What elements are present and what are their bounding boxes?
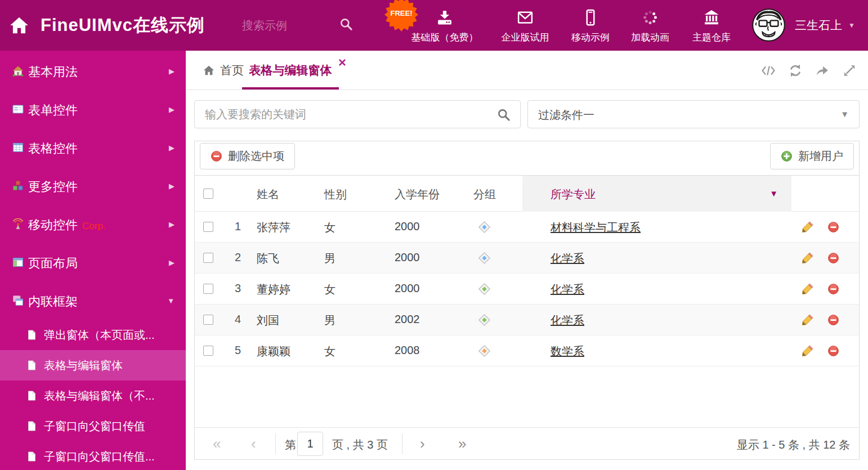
source-code-icon[interactable] bbox=[761, 64, 776, 78]
row-checkbox[interactable] bbox=[203, 253, 213, 263]
column-header-name[interactable]: 姓名 bbox=[257, 187, 279, 202]
close-tab-icon[interactable] bbox=[339, 59, 346, 66]
cell-year: 2000 bbox=[395, 282, 420, 295]
group-tag-icon bbox=[478, 314, 491, 326]
delete-row-button[interactable] bbox=[827, 283, 839, 295]
major-link[interactable]: 化学系 bbox=[551, 283, 584, 296]
add-user-button[interactable]: 新增用户 bbox=[770, 143, 854, 169]
edit-row-button[interactable] bbox=[802, 221, 813, 233]
sidebar-item-iframe[interactable]: 内联框架 ▼ bbox=[0, 281, 186, 320]
delete-row-button[interactable] bbox=[827, 252, 839, 264]
table-row[interactable]: 4 刘国 男 2002 化学系 bbox=[195, 305, 859, 335]
sidebar-item-grid-controls[interactable]: 表格控件 ▶ bbox=[0, 128, 186, 167]
pagination-prev-button[interactable]: ‹ bbox=[251, 435, 256, 453]
sidebar-item-page-layout[interactable]: 页面布局 ▶ bbox=[0, 243, 186, 281]
row-index: 2 bbox=[223, 251, 241, 264]
top-header: FineUIMvc在线示例 FREE! 基础版（免费） 企业版试用 移动示例 加… bbox=[0, 0, 868, 51]
sidebar-subitem-popup-window[interactable]: 弹出窗体（本页面或... bbox=[0, 320, 186, 350]
major-link[interactable]: 化学系 bbox=[551, 252, 584, 265]
pagination-next-button[interactable]: › bbox=[420, 435, 425, 453]
row-checkbox[interactable] bbox=[203, 315, 213, 325]
minus-circle-icon bbox=[211, 150, 222, 162]
cell-major: 数学系 bbox=[551, 344, 584, 359]
table-row[interactable]: 2 陈飞 男 2000 化学系 bbox=[195, 243, 859, 274]
delete-selected-button[interactable]: 删除选中项 bbox=[200, 143, 295, 169]
delete-row-button[interactable] bbox=[827, 345, 839, 357]
sidebar-item-more-controls[interactable]: 更多控件 ▶ bbox=[0, 167, 186, 205]
row-checkbox[interactable] bbox=[203, 222, 213, 232]
column-header-group[interactable]: 分组 bbox=[473, 187, 496, 202]
column-header-gender[interactable]: 性别 bbox=[324, 187, 347, 202]
pagination-last-button[interactable]: » bbox=[458, 435, 466, 453]
app-title: FineUIMvc在线示例 bbox=[41, 14, 205, 37]
avatar[interactable] bbox=[752, 8, 785, 42]
sidebar-item-basic-usage[interactable]: 基本用法 ▶ bbox=[0, 52, 186, 90]
tab-home[interactable]: 首页 bbox=[203, 51, 244, 89]
nav-item-theme-repo[interactable]: 主题仓库 bbox=[673, 9, 750, 44]
cell-name: 陈飞 bbox=[257, 251, 279, 266]
chevron-right-icon: ▶ bbox=[169, 144, 175, 152]
filter-dropdown-value: 过滤条件一 bbox=[538, 108, 594, 123]
row-index: 1 bbox=[223, 220, 241, 233]
sidebar-subitem-child-to-parent[interactable]: 子窗口向父窗口传值 bbox=[0, 411, 186, 441]
chevron-down-icon: ▼ bbox=[840, 109, 849, 119]
row-checkbox[interactable] bbox=[203, 284, 213, 294]
sidebar-subitem-grid-edit-window[interactable]: 表格与编辑窗体 bbox=[0, 350, 186, 381]
major-link[interactable]: 材料科学与工程系 bbox=[551, 221, 641, 234]
delete-row-button[interactable] bbox=[827, 221, 839, 233]
chevron-right-icon: ▶ bbox=[169, 220, 175, 229]
tab-bar: 首页 表格与编辑窗体 bbox=[186, 51, 868, 90]
sidebar-subitem-grid-edit-window-2[interactable]: 表格与编辑窗体（不... bbox=[0, 381, 186, 411]
search-icon[interactable] bbox=[339, 17, 354, 32]
nav-item-basic-free[interactable]: 基础版（免费） bbox=[406, 9, 483, 44]
expand-icon[interactable] bbox=[842, 64, 857, 78]
column-header-major[interactable]: 所学专业 ▼ bbox=[522, 176, 791, 212]
keyword-search-input[interactable] bbox=[205, 101, 486, 128]
row-checkbox[interactable] bbox=[203, 346, 213, 356]
page-number-input[interactable] bbox=[297, 432, 323, 456]
table-row[interactable]: 3 董婷婷 女 2000 化学系 bbox=[195, 274, 859, 305]
cell-name: 康颖颖 bbox=[257, 344, 290, 359]
cell-gender: 男 bbox=[324, 313, 335, 328]
sidebar-item-mobile-controls[interactable]: 移动控件Corp. ▶ bbox=[0, 205, 186, 243]
pagination-first-button[interactable]: « bbox=[213, 435, 221, 453]
cell-gender: 女 bbox=[324, 344, 335, 359]
brand-home-icon[interactable] bbox=[8, 15, 30, 36]
row-index: 4 bbox=[223, 313, 241, 326]
nav-item-label: 基础版（免费） bbox=[406, 31, 483, 44]
refresh-icon[interactable] bbox=[788, 64, 803, 78]
corp-badge: Corp. bbox=[82, 221, 106, 231]
select-all-checkbox[interactable] bbox=[203, 189, 213, 199]
sidebar-subitem-child-to-parent-2[interactable]: 子窗口向父窗口传值... bbox=[0, 441, 186, 470]
delete-row-button[interactable] bbox=[827, 314, 839, 326]
user-menu[interactable]: 三生石上 ▼ bbox=[795, 17, 855, 33]
edit-row-button[interactable] bbox=[802, 345, 813, 357]
share-icon[interactable] bbox=[815, 64, 830, 78]
group-tag-icon bbox=[478, 221, 491, 234]
edit-row-button[interactable] bbox=[802, 283, 813, 295]
tab-label: 首页 bbox=[220, 62, 244, 78]
major-link[interactable]: 化学系 bbox=[551, 314, 584, 326]
major-link[interactable]: 数学系 bbox=[551, 345, 584, 357]
sidebar-item-form-controls[interactable]: 表单控件 ▶ bbox=[0, 90, 186, 128]
layout-icon bbox=[12, 257, 24, 268]
cell-gender: 男 bbox=[324, 251, 335, 266]
filter-dropdown[interactable]: 过滤条件一 ▼ bbox=[527, 100, 860, 128]
edit-row-button[interactable] bbox=[802, 314, 813, 326]
table-row[interactable]: 1 张萍萍 女 2000 材料科学与工程系 bbox=[195, 212, 859, 243]
antenna-icon bbox=[12, 218, 24, 230]
chevron-down-icon: ▼ bbox=[848, 21, 855, 29]
column-header-year[interactable]: 入学年份 bbox=[395, 187, 440, 202]
edit-row-button[interactable] bbox=[802, 252, 813, 264]
table-row[interactable]: 5 康颖颖 女 2008 数学系 bbox=[195, 335, 859, 366]
home-icon bbox=[203, 64, 215, 77]
cell-major: 材料科学与工程系 bbox=[551, 220, 641, 235]
page-label-prefix: 第 bbox=[285, 437, 296, 453]
filter-caret-icon[interactable]: ▼ bbox=[769, 189, 778, 198]
table-icon bbox=[12, 142, 24, 153]
header-search-input[interactable] bbox=[242, 16, 332, 35]
cascade-windows-icon bbox=[12, 295, 24, 306]
tab-grid-edit-window[interactable]: 表格与编辑窗体 bbox=[242, 51, 339, 89]
search-icon[interactable] bbox=[496, 108, 511, 122]
pagination-divider bbox=[402, 433, 402, 454]
